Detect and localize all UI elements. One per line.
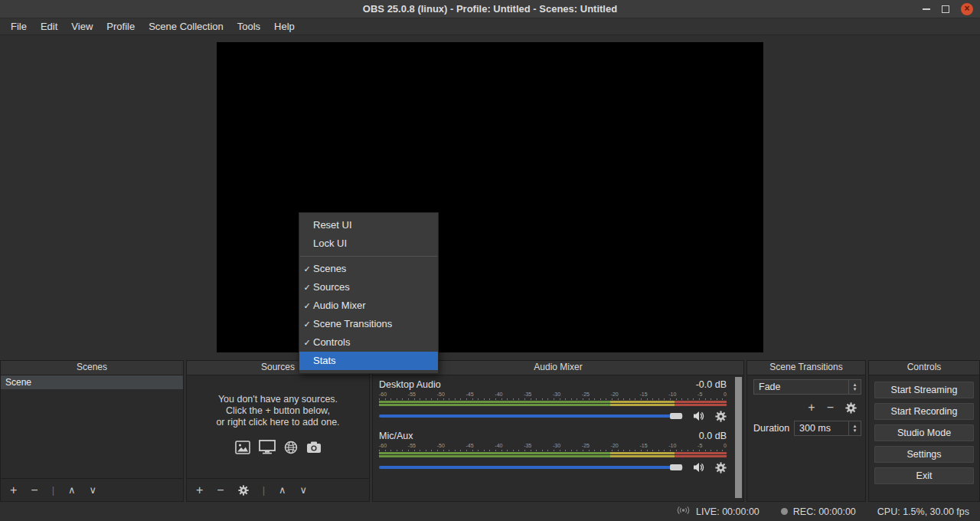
menu-scene-collection[interactable]: Scene Collection	[142, 18, 230, 35]
scale-tick: 0	[724, 392, 727, 398]
volume-slider-track	[379, 415, 683, 418]
rec-status: REC: 00:00:00	[781, 506, 856, 517]
start-streaming-button[interactable]: Start Streaming	[874, 382, 974, 398]
context-menu-item-scene-transitions[interactable]: ✓ Scene Transitions	[299, 315, 438, 333]
volume-meter-right	[379, 455, 727, 457]
empty-line-2: Click the + button below,	[187, 405, 369, 417]
volume-meter-tickmarks	[379, 450, 727, 451]
mixer-scrollbar[interactable]	[735, 377, 742, 498]
check-icon: ✓	[302, 333, 312, 352]
cpu-fps-status: CPU: 1.5%, 30.00 fps	[877, 506, 969, 517]
add-scene-button[interactable]: +	[10, 484, 17, 496]
start-recording-button[interactable]: Start Recording	[874, 403, 974, 420]
check-icon: ✓	[302, 278, 312, 297]
mixer-scrollbar-thumb[interactable]	[735, 377, 742, 498]
minimize-icon[interactable]	[923, 8, 930, 10]
remove-source-button[interactable]: −	[217, 484, 224, 496]
scale-tick: -50	[437, 392, 445, 398]
menu-view[interactable]: View	[64, 18, 100, 35]
toolbar-divider: |	[52, 484, 54, 496]
volume-slider-track	[379, 466, 683, 469]
image-icon	[235, 441, 250, 457]
move-scene-down-button[interactable]: ∨	[90, 484, 97, 496]
live-status: LIVE: 00:00:00	[676, 506, 760, 517]
speaker-icon[interactable]	[693, 410, 705, 422]
scenes-toolbar: + − | ∧ ∨	[1, 478, 183, 501]
scale-tick: -25	[582, 443, 590, 449]
add-transition-button[interactable]: +	[808, 401, 815, 414]
source-type-icons	[187, 440, 369, 457]
check-icon: ✓	[302, 315, 312, 333]
volume-meter-left	[379, 452, 727, 454]
context-menu-item-reset-ui[interactable]: Reset UI	[299, 216, 438, 234]
audio-mixer-body: Desktop Audio -0.0 dB -60-55-50-45-40-35…	[373, 375, 733, 500]
scale-tick: -5	[697, 392, 702, 398]
scale-tick: -10	[668, 443, 676, 449]
scale-tick: 0	[724, 443, 727, 449]
check-icon: ✓	[302, 297, 312, 315]
context-menu-item-stats[interactable]: Stats	[299, 352, 438, 370]
add-source-button[interactable]: +	[196, 484, 203, 496]
window-controls: ×	[923, 0, 973, 18]
source-properties-gear-icon[interactable]	[238, 485, 249, 496]
audio-mixer-panel: Audio Mixer Desktop Audio -0.0 dB -60-55…	[372, 360, 744, 502]
close-icon[interactable]: ×	[961, 3, 973, 15]
transition-select[interactable]: Fade ▴ ▾	[753, 379, 861, 395]
menu-file[interactable]: File	[4, 18, 34, 35]
camera-icon	[306, 441, 322, 457]
obs-window: OBS 25.0.8 (linux) - Profile: Untitled -…	[0, 0, 980, 521]
volume-meter-right	[379, 404, 727, 406]
channel-settings-gear-icon[interactable]	[715, 411, 727, 422]
settings-button[interactable]: Settings	[874, 446, 974, 463]
empty-line-1: You don't have any sources.	[187, 394, 369, 405]
remove-scene-button[interactable]: −	[31, 484, 38, 496]
context-menu-item-sources[interactable]: ✓ Sources	[299, 278, 438, 297]
scale-tick: -45	[466, 392, 473, 398]
menu-help[interactable]: Help	[267, 18, 302, 35]
window-title: OBS 25.0.8 (linux) - Profile: Untitled -…	[363, 3, 617, 15]
scale-tick: -30	[553, 443, 560, 449]
scale-tick: -15	[639, 392, 647, 398]
duration-spin-arrows[interactable]: ▴ ▾	[848, 421, 861, 435]
exit-button[interactable]: Exit	[874, 467, 974, 484]
toolbar-divider: |	[263, 484, 265, 496]
globe-icon	[284, 441, 298, 457]
volume-slider[interactable]	[379, 461, 683, 473]
menu-item-label: Audio Mixer	[313, 300, 366, 311]
volume-meter-left	[379, 401, 727, 403]
scene-list-item[interactable]: Scene	[1, 375, 183, 389]
channel-name: Desktop Audio	[379, 378, 441, 391]
menu-item-label: Reset UI	[313, 219, 352, 231]
speaker-icon[interactable]	[693, 461, 705, 473]
context-menu-item-audio-mixer[interactable]: ✓ Audio Mixer	[299, 297, 438, 315]
scale-tick: -20	[611, 392, 619, 398]
status-bar: LIVE: 00:00:00 REC: 00:00:00 CPU: 1.5%, …	[0, 502, 980, 521]
duration-value[interactable]: 300 ms	[795, 421, 848, 435]
menu-tools[interactable]: Tools	[230, 18, 267, 35]
menu-profile[interactable]: Profile	[100, 18, 142, 35]
context-menu: Reset UI Lock UI ✓ Scenes ✓ Sources ✓ Au…	[299, 212, 439, 374]
menu-item-label: Lock UI	[313, 238, 347, 249]
duration-spinbox[interactable]: 300 ms ▴ ▾	[794, 421, 861, 436]
transition-properties-gear-icon[interactable]	[845, 402, 857, 414]
context-menu-item-scenes[interactable]: ✓ Scenes	[299, 260, 438, 278]
volume-slider[interactable]	[379, 410, 683, 422]
move-source-up-button[interactable]: ∧	[279, 484, 286, 496]
monitor-icon	[259, 440, 276, 457]
scale-tick: -55	[408, 443, 416, 449]
studio-mode-button[interactable]: Studio Mode	[874, 424, 974, 441]
combo-arrows[interactable]: ▴ ▾	[848, 380, 861, 394]
maximize-icon[interactable]	[942, 5, 949, 13]
scene-transitions-panel-title: Scene Transitions	[747, 361, 865, 375]
context-menu-item-controls[interactable]: ✓ Controls	[299, 333, 438, 352]
volume-slider-handle[interactable]	[670, 464, 682, 470]
channel-settings-gear-icon[interactable]	[715, 462, 727, 473]
menu-edit[interactable]: Edit	[34, 18, 64, 35]
context-menu-item-lock-ui[interactable]: Lock UI	[299, 234, 438, 253]
move-source-down-button[interactable]: ∨	[300, 484, 308, 496]
remove-transition-button[interactable]: −	[827, 401, 834, 414]
move-scene-up-button[interactable]: ∧	[68, 484, 76, 496]
scenes-panel-title: Scenes	[1, 361, 183, 375]
volume-slider-handle[interactable]	[670, 413, 682, 419]
scenes-panel: Scenes Scene + − | ∧ ∨	[0, 360, 184, 502]
